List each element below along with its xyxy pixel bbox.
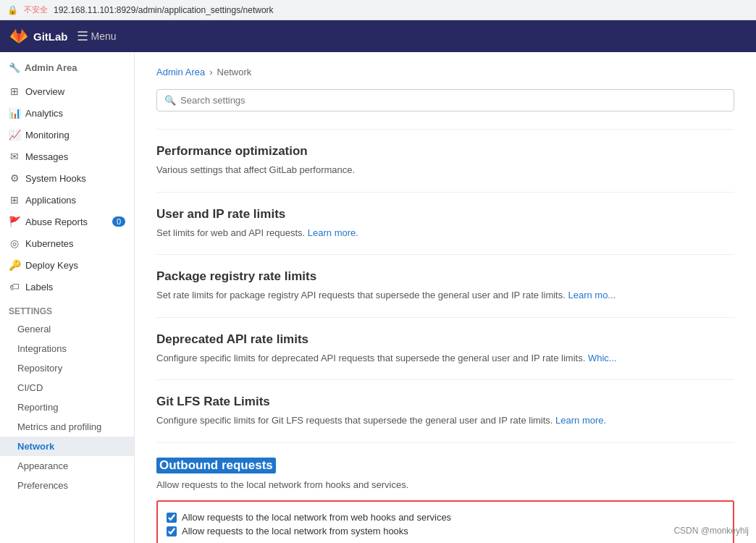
section-performance: Performance optimization Various setting…: [156, 129, 734, 192]
content-area: Admin Area › Network 🔍 Performance optim…: [135, 52, 756, 543]
main-content: Admin Area › Network 🔍 Performance optim…: [135, 52, 756, 543]
gitlab-logo: GitLab: [9, 26, 68, 46]
sidebar-item-analytics[interactable]: 📊 Analytics: [0, 102, 134, 124]
url-bar[interactable]: 192.168.11.101:8929/admin/application_se…: [54, 5, 274, 15]
abuse-icon: 🚩: [9, 216, 20, 227]
sidebar-item-deploy-keys[interactable]: 🔑 Deploy Keys: [0, 254, 134, 276]
section-desc: Set rate limits for package registry API…: [156, 288, 734, 303]
sidebar-sub-reporting[interactable]: Reporting: [0, 397, 134, 417]
hooks-icon: ⚙: [9, 172, 20, 184]
section-title: User and IP rate limits: [156, 207, 734, 222]
sidebar-sub-integrations[interactable]: Integrations: [0, 339, 134, 358]
sidebar-sub-repository[interactable]: Repository: [0, 358, 134, 378]
breadcrumb-admin[interactable]: Admin Area: [156, 67, 205, 77]
section-git-lfs: Git LFS Rate Limits Configure specific l…: [156, 379, 734, 442]
breadcrumb-current: Network: [217, 67, 252, 77]
hamburger-icon: ☰: [77, 28, 88, 44]
overview-icon: ⊞: [9, 85, 20, 97]
browser-bar: 🔒 不安全 192.168.11.101:8929/admin/applicat…: [0, 0, 756, 20]
sidebar-item-label: Abuse Reports: [25, 216, 88, 227]
checkbox-webhooks-label: Allow requests to the local network from…: [182, 512, 451, 523]
security-label: 不安全: [24, 4, 48, 15]
sidebar-sub-cicd[interactable]: CI/CD: [0, 378, 134, 397]
sidebar-item-label: Kubernetes: [25, 238, 74, 249]
breadcrumb-sep: ›: [209, 67, 212, 77]
section-desc: Set limits for web and API requests. Lea…: [156, 226, 734, 240]
section-user-ip: User and IP rate limits Set limits for w…: [156, 192, 734, 255]
layout: 🔧 Admin Area ⊞ Overview 📊 Analytics 📈 Mo…: [0, 52, 756, 543]
admin-area-label: Admin Area: [25, 62, 77, 73]
sidebar-item-label: Applications: [25, 195, 76, 206]
lock-icon: 🔒: [7, 5, 18, 15]
applications-icon: ⊞: [9, 194, 20, 206]
checkbox-row-webhooks: Allow requests to the local network from…: [167, 512, 724, 523]
learn-more-link[interactable]: Learn more.: [308, 227, 358, 238]
section-title: Package registry rate limits: [156, 269, 734, 284]
section-outbound: Outbound requests Allow requests to the …: [156, 442, 734, 544]
sidebar-item-label: Overview: [25, 86, 64, 97]
section-deprecated-api: Deprecated API rate limits Configure spe…: [156, 317, 734, 380]
messages-icon: ✉: [9, 151, 20, 162]
search-input[interactable]: [180, 95, 726, 106]
learn-more-link2[interactable]: Learn mo...: [568, 290, 616, 300]
sidebar-item-label: Analytics: [25, 108, 63, 119]
search-bar[interactable]: 🔍: [156, 89, 734, 111]
sidebar-item-label: Labels: [25, 282, 53, 292]
section-desc: Configure specific limits for Git LFS re…: [156, 413, 734, 428]
sidebar-item-applications[interactable]: ⊞ Applications: [0, 189, 134, 211]
monitoring-icon: 📈: [9, 129, 20, 140]
analytics-icon: 📊: [9, 107, 20, 119]
wrench-icon: 🔧: [9, 62, 20, 73]
sidebar-item-labels[interactable]: 🏷 Labels: [0, 276, 134, 298]
sidebar-sub-general[interactable]: General: [0, 319, 134, 339]
sidebar-item-label: System Hooks: [25, 173, 86, 184]
gitlab-label: GitLab: [33, 30, 68, 43]
sidebar-item-system-hooks[interactable]: ⚙ System Hooks: [0, 167, 134, 189]
checkbox-webhooks[interactable]: [167, 513, 177, 523]
sidebar-item-messages[interactable]: ✉ Messages: [0, 146, 134, 167]
sidebar-sub-appearance[interactable]: Appearance: [0, 456, 134, 476]
section-title: Performance optimization: [156, 144, 734, 159]
section-package-registry: Package registry rate limits Set rate li…: [156, 254, 734, 317]
menu-label: Menu: [91, 30, 117, 42]
checkbox-row-system-hooks: Allow requests to the local network from…: [167, 526, 724, 536]
checkbox-system-hooks[interactable]: [167, 526, 177, 536]
outbound-desc: Allow requests to the local network from…: [156, 478, 734, 492]
sidebar-sub-network[interactable]: Network: [0, 437, 134, 456]
menu-button[interactable]: ☰ Menu: [77, 28, 117, 44]
settings-section-title: Settings: [0, 298, 134, 319]
csdn-watermark: CSDN @monkeyhlj: [673, 526, 749, 536]
sidebar-item-kubernetes[interactable]: ◎ Kubernetes: [0, 232, 134, 254]
which-link[interactable]: Whic...: [588, 353, 617, 363]
sidebar-header: 🔧 Admin Area: [0, 52, 134, 80]
checkbox-system-hooks-label: Allow requests to the local network from…: [182, 526, 408, 536]
sidebar-item-overview[interactable]: ⊞ Overview: [0, 80, 134, 102]
section-title: Deprecated API rate limits: [156, 332, 734, 347]
gitlab-fox-icon: [9, 26, 29, 46]
abuse-badge: 0: [112, 216, 125, 227]
outbound-title: Outbound requests: [156, 458, 276, 473]
sidebar-item-abuse-reports[interactable]: 🚩 Abuse Reports 0: [0, 211, 134, 232]
deploy-keys-icon: 🔑: [9, 259, 20, 271]
breadcrumb: Admin Area › Network: [156, 67, 734, 77]
section-desc: Configure specific limits for deprecated…: [156, 351, 734, 366]
labels-icon: 🏷: [9, 281, 20, 292]
section-desc: Various settings that affect GitLab perf…: [156, 163, 734, 177]
sidebar-sub-preferences[interactable]: Preferences: [0, 476, 134, 495]
sidebar: 🔧 Admin Area ⊞ Overview 📊 Analytics 📈 Mo…: [0, 52, 135, 543]
section-title: Git LFS Rate Limits: [156, 395, 734, 409]
top-nav: GitLab ☰ Menu: [0, 20, 756, 52]
sidebar-sub-metrics[interactable]: Metrics and profiling: [0, 417, 134, 437]
learn-more-link3[interactable]: Learn more.: [555, 415, 606, 426]
search-icon: 🔍: [164, 95, 176, 106]
checkbox-group: Allow requests to the local network from…: [156, 500, 734, 543]
sidebar-item-label: Deploy Keys: [25, 260, 78, 271]
kubernetes-icon: ◎: [9, 237, 20, 249]
sidebar-item-label: Messages: [25, 151, 68, 162]
sidebar-item-label: Monitoring: [25, 130, 70, 140]
sidebar-item-monitoring[interactable]: 📈 Monitoring: [0, 124, 134, 146]
